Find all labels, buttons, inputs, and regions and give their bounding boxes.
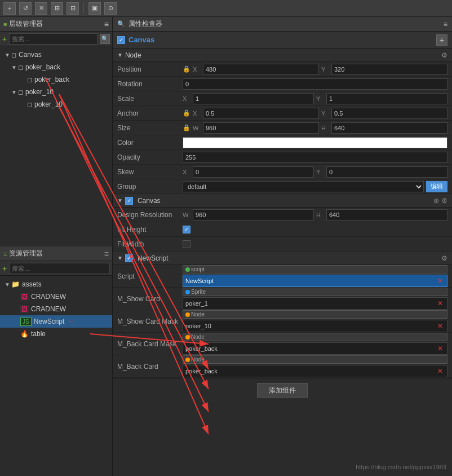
tree-item-poker-10-child[interactable]: ◻ poker_10 (0, 98, 112, 111)
tree-item-poker-back-child[interactable]: ◻ poker_back (0, 73, 112, 86)
newscript-section-checkbox[interactable]: ✓ (125, 254, 133, 262)
script-value-box[interactable]: NewScript ✕ (183, 275, 447, 287)
layer-search-btn[interactable]: 🔍 (100, 34, 110, 44)
bottom-area: 添加组件 (113, 378, 452, 402)
layer-search-input[interactable] (9, 33, 98, 45)
opacity-input[interactable] (183, 152, 447, 163)
group-edit-btn[interactable]: 编辑 (426, 181, 447, 192)
tree-item-poker-back-group[interactable]: ▼ ◻ poker_back (0, 61, 112, 73)
m-show-card-mask-badge-dot (185, 312, 190, 317)
m-show-card-mask-text: poker_10 (185, 323, 433, 329)
m-back-card-mask-badge: Node (183, 333, 447, 341)
rotation-input[interactable] (183, 78, 447, 90)
m-show-card-mask-row: M_Show Card Mask Node poker_10 ✕ (113, 310, 452, 333)
color-fields (183, 137, 447, 148)
assets-folder-icon: 📁 (11, 280, 20, 288)
scale-x-input[interactable] (193, 93, 314, 104)
layer-manager-menu-btn[interactable]: ≡ (104, 20, 109, 29)
skew-x-input[interactable] (193, 166, 314, 178)
inspector-menu-btn[interactable]: ≡ (444, 20, 447, 28)
m-back-card-mask-badge-label: Node (191, 334, 205, 340)
fit-width-label: Fit Width (117, 240, 179, 248)
toolbar-close-btn[interactable]: ✕ (35, 2, 47, 15)
top-toolbar: + ↺ ✕ ⊞ ⊟ ▣ ⊙ (0, 0, 452, 17)
m-back-card-mask-box[interactable]: poker_back ✕ (183, 342, 447, 355)
m-back-card-mask-remove-btn[interactable]: ✕ (436, 345, 445, 352)
newscript-section-header[interactable]: ▼ ✓ NewScript ⚙ (113, 252, 452, 265)
design-w-input[interactable] (193, 209, 314, 221)
canvas-section-header[interactable]: ▼ ✓ Canvas ⊕ ⚙ (113, 194, 452, 208)
position-x-input[interactable] (203, 64, 319, 75)
tree-item-poker-10-group[interactable]: ▼ ◻ poker_10 (0, 86, 112, 98)
node-section-header[interactable]: ▼ Node ⚙ (113, 49, 452, 62)
asset-item-cradnew1[interactable]: 🖼 CRADNEW (0, 290, 112, 303)
layer-add-btn[interactable]: + (2, 34, 7, 43)
fit-height-label: Fit Height (117, 226, 179, 233)
toolbar-play-btn[interactable]: ⊙ (104, 2, 117, 15)
newscript-section-gear[interactable]: ⚙ (441, 254, 447, 262)
canvas-section-checkbox[interactable]: ✓ (125, 197, 133, 205)
group-select[interactable]: default (183, 181, 424, 192)
scale-row: Scale X Y (113, 91, 452, 106)
position-y-input[interactable] (331, 64, 447, 75)
toolbar-minus-btn[interactable]: ⊟ (67, 2, 79, 15)
m-back-card-text: poker_back (185, 368, 433, 374)
asset-item-cradnew2[interactable]: 🖼 CRADNEW (0, 303, 112, 315)
script-remove-btn[interactable]: ✕ (436, 277, 445, 285)
toolbar-add-btn[interactable]: + (3, 2, 16, 15)
asset-manager-menu-btn[interactable]: ≡ (104, 249, 109, 258)
m-back-card-remove-btn[interactable]: ✕ (436, 367, 445, 375)
tree-toggle-canvas: ▼ (5, 52, 11, 58)
m-show-card-remove-btn[interactable]: ✕ (436, 299, 445, 307)
m-back-card-box[interactable]: poker_back ✕ (183, 365, 447, 377)
main-layout: ≡ 层级管理器 ≡ + 🔍 ▼ ◻ Canvas ▼ ◻ poker_back (0, 17, 452, 476)
toolbar-screen-btn[interactable]: ▣ (88, 2, 101, 15)
canvas-row: ✓ Canvas + (113, 32, 452, 49)
add-component-btn[interactable]: 添加组件 (257, 383, 308, 398)
asset-search-input[interactable] (9, 263, 110, 274)
tree-item-canvas[interactable]: ▼ ◻ Canvas (0, 49, 112, 61)
fit-height-fields: ✓ (183, 226, 447, 233)
skew-row: Skew X Y (113, 165, 452, 179)
fit-width-checkbox[interactable] (183, 240, 190, 248)
m-show-card-mask-box[interactable]: poker_10 ✕ (183, 320, 447, 332)
canvas-section-copy[interactable]: ⊕ (433, 197, 439, 205)
size-h-input[interactable] (331, 122, 447, 134)
color-picker[interactable] (183, 137, 447, 148)
canvas-checkbox[interactable]: ✓ (117, 36, 125, 44)
m-show-card-badge: Sprite (183, 288, 447, 296)
m-show-card-mask-remove-btn[interactable]: ✕ (436, 322, 445, 330)
toolbar-refresh-btn[interactable]: ↺ (19, 2, 32, 15)
m-back-card-label: M_Back Card (117, 363, 179, 371)
asset-label-table: table (31, 330, 46, 338)
toolbar-sep-1 (83, 3, 84, 14)
design-resolution-fields: W H (183, 209, 447, 221)
fit-height-checkbox[interactable]: ✓ (183, 226, 190, 233)
skew-y-label: Y (316, 169, 324, 175)
asset-add-btn[interactable]: + (2, 264, 7, 273)
script-badge-dot (185, 267, 190, 272)
asset-label-cradnew2: CRADNEW (31, 305, 66, 313)
canvas-section-gear[interactable]: ⚙ (441, 197, 447, 205)
asset-item-assets[interactable]: ▼ 📁 assets (0, 278, 112, 290)
inspector-add-btn[interactable]: + (436, 34, 447, 46)
group-row: Group default 编辑 (113, 179, 452, 194)
anchor-y-input[interactable] (331, 108, 447, 119)
m-show-card-box[interactable]: poker_1 ✕ (183, 297, 447, 310)
poker-back-group-icon: ◻ (18, 64, 23, 71)
toolbar-grid-btn[interactable]: ⊞ (51, 2, 63, 15)
asset-search-bar: + (0, 261, 112, 276)
skew-fields: X Y (183, 166, 447, 178)
asset-item-newscript[interactable]: JS NewScript ← (0, 315, 112, 328)
anchor-x-input[interactable] (203, 108, 319, 119)
m-show-card-mask-label: M_Show Card Mask (117, 318, 179, 325)
design-h-input[interactable] (326, 209, 447, 221)
asset-item-table[interactable]: 🔥 table (0, 328, 112, 340)
node-section-gear[interactable]: ⚙ (441, 51, 447, 59)
scale-y-input[interactable] (326, 93, 447, 104)
design-h-label: H (316, 211, 324, 218)
skew-y-input[interactable] (326, 166, 447, 178)
node-section-icons: ⚙ (441, 51, 447, 59)
m-show-card-row: M_Show Card Sprite poker_1 ✕ (113, 288, 452, 310)
size-w-input[interactable] (203, 122, 319, 134)
